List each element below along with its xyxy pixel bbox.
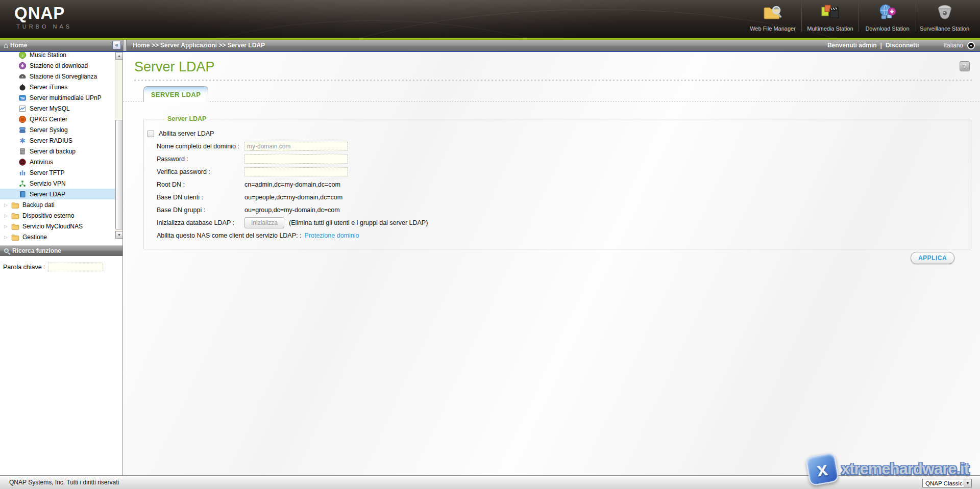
field-input-nome-completo-del-dominio[interactable] <box>244 142 348 151</box>
station-surveillance-station[interactable]: Surveillance Station <box>916 2 973 32</box>
sidebar-item-label: Server MySQL <box>30 105 70 112</box>
welcome-text: Benvenuti admin <box>827 42 877 49</box>
sidebar-item-music-station[interactable]: ♪Music Station <box>0 52 115 60</box>
keyword-input[interactable] <box>48 263 103 271</box>
svg-text:♪: ♪ <box>21 52 24 58</box>
chevron-down-icon: ▼ <box>969 44 973 47</box>
sidebar-item-servizio-vpn[interactable]: Servizio VPN <box>0 178 115 189</box>
initialize-button[interactable]: Inizializza <box>244 217 284 228</box>
tab-label: SERVER LDAP <box>151 91 201 98</box>
expand-arrow-icon[interactable]: ▷ <box>4 224 11 229</box>
toolbar: ⌂ Home « Home >> Server Applicazioni >> … <box>0 40 980 52</box>
sidebar-item-label: Server LDAP <box>30 191 65 198</box>
sidebar-item-server-multimediale-upnp[interactable]: TMServer multimediale UPnP <box>0 92 115 103</box>
station-web-file-manager[interactable]: Web File Manager <box>744 2 801 32</box>
station-download-station[interactable]: Download Station <box>859 2 916 32</box>
field-value: ou=people,dc=my-domain,dc=com <box>244 194 342 201</box>
field-row-nome-completo-del-dominio: Nome completo del dominio : <box>157 140 971 152</box>
qpkg-icon <box>18 115 27 123</box>
field-label: Root DN : <box>157 181 244 188</box>
sidebar-item-gestione[interactable]: ▷Gestione <box>0 231 115 242</box>
tab-strip: SERVER LDAP <box>123 86 980 102</box>
sidebar-item-dispositivo-esterno[interactable]: ▷Dispositivo esterno <box>0 210 115 221</box>
sidebar-item-server-di-backup[interactable]: Server di backup <box>0 146 115 157</box>
sidebar-item-label: Server iTunes <box>30 84 67 91</box>
function-tree: ♪Music StationStazione di downloadStazio… <box>0 52 122 242</box>
section-legend: Server LDAP <box>164 115 209 122</box>
expand-arrow-icon[interactable]: ▷ <box>4 213 11 218</box>
sidebar-item-server-ldap[interactable]: Server LDAP <box>0 189 115 199</box>
sidebar-item-server-tftp[interactable]: Server TFTP <box>0 167 115 178</box>
sidebar: ♪Music StationStazione di downloadStazio… <box>0 52 123 475</box>
multimedia-station-icon <box>819 3 842 24</box>
separator: | <box>880 42 882 49</box>
page-title: Server LDAP <box>134 59 980 75</box>
sidebar-item-server-radius[interactable]: ✱Server RADIUS <box>0 135 115 146</box>
sidebar-item-label: Stazione di Sorveglianza <box>30 73 97 80</box>
field-input-password[interactable] <box>244 155 348 164</box>
station-multimedia-station[interactable]: Multimedia Station <box>801 2 859 32</box>
body-row: ♪Music StationStazione di downloadStazio… <box>0 52 980 475</box>
sidebar-item-label: Music Station <box>30 52 66 59</box>
apply-button[interactable]: APPLICA <box>911 252 954 264</box>
server-ldap-section: Server LDAP Abilita server LDAP Nome com… <box>143 115 971 249</box>
enable-ldap-checkbox[interactable] <box>148 131 154 137</box>
scrollbar-thumb[interactable] <box>115 120 122 229</box>
ldap-client-label: Abilita questo NAS come client del servi… <box>157 232 301 239</box>
station-label: Web File Manager <box>750 25 796 32</box>
download-station-icon <box>876 3 899 24</box>
field-label: Verifica password : <box>157 168 244 175</box>
dropdown-arrow-icon: ▼ <box>964 479 971 487</box>
function-tree-rows: ♪Music StationStazione di downloadStazio… <box>0 52 115 242</box>
language-label: Italiano <box>943 42 963 49</box>
help-button[interactable]: ? <box>960 61 970 71</box>
function-search-title: Ricerca funzione <box>12 247 61 254</box>
sidebar-scrollbar[interactable]: ▲ ▼ <box>115 52 122 239</box>
sidebar-item-backup-dati[interactable]: ▷Backup dati <box>0 199 115 210</box>
field-label: Password : <box>157 156 244 163</box>
sidebar-item-server-mysql[interactable]: Server MySQL <box>0 103 115 114</box>
sidebar-item-label: QPKG Center <box>30 116 67 123</box>
field-label: Base DN utenti : <box>157 194 244 201</box>
field-value: cn=admin,dc=my-domain,dc=com <box>244 181 340 188</box>
sidebar-collapse-button[interactable]: « <box>112 41 121 49</box>
home-icon: ⌂ <box>4 42 8 49</box>
scroll-up-button[interactable]: ▲ <box>115 52 122 60</box>
ldap-client-row: Abilita questo NAS come client del servi… <box>157 229 971 242</box>
theme-selector-value: QNAP Classic <box>925 480 963 486</box>
footer: QNAP Systems, Inc. Tutti i diritti riser… <box>0 475 980 489</box>
sidebar-item-server-syslog[interactable]: Server Syslog <box>0 124 115 135</box>
sidebar-item-label: Servizio VPN <box>30 180 66 187</box>
sidebar-item-stazione-di-sorveglianza[interactable]: Stazione di Sorveglianza <box>0 71 115 82</box>
sidebar-item-antivirus[interactable]: Antivirus <box>0 157 115 167</box>
theme-selector[interactable]: QNAP Classic ▼ <box>922 479 972 487</box>
field-row-base-dn-utenti: Base DN utenti :ou=people,dc=my-domain,d… <box>157 191 971 203</box>
field-input-verifica-password[interactable] <box>244 167 348 176</box>
sidebar-item-server-itunes[interactable]: Server iTunes <box>0 82 115 92</box>
mysql-icon <box>18 105 27 113</box>
tree-filler <box>0 242 122 245</box>
tab-server-ldap[interactable]: SERVER LDAP <box>143 86 208 102</box>
function-search-header: Ricerca funzione <box>0 245 122 256</box>
expand-arrow-icon[interactable]: ▷ <box>4 202 11 208</box>
upnp-icon: TM <box>18 94 27 102</box>
panel-splitter[interactable] <box>123 40 127 51</box>
sidebar-item-qpkg-center[interactable]: QPKG Center <box>0 114 115 124</box>
sidebar-item-stazione-di-download[interactable]: Stazione di download <box>0 60 115 71</box>
sidebar-item-servizio-mycloudnas[interactable]: ▷Servizio MyCloudNAS <box>0 221 115 231</box>
scroll-down-button[interactable]: ▼ <box>115 231 122 239</box>
expand-arrow-icon[interactable]: ▷ <box>4 235 11 240</box>
sidebar-header: ⌂ Home « <box>0 40 123 51</box>
apple-icon <box>18 83 27 91</box>
svg-text:TM: TM <box>20 96 25 99</box>
header-arc-decoration <box>92 20 653 38</box>
enable-ldap-row: Abilita server LDAP <box>148 127 971 140</box>
domain-security-link[interactable]: Protezione dominio <box>304 232 359 239</box>
sidebar-item-label: Stazione di download <box>30 62 88 69</box>
syslog-icon <box>18 126 27 134</box>
tftp-icon <box>18 169 27 177</box>
surveillance-station-icon <box>933 3 957 24</box>
logout-link[interactable]: Disconnetti <box>886 42 919 49</box>
language-dropdown-button[interactable]: ▼ <box>967 42 975 49</box>
field-label: Nome completo del dominio : <box>157 143 244 150</box>
